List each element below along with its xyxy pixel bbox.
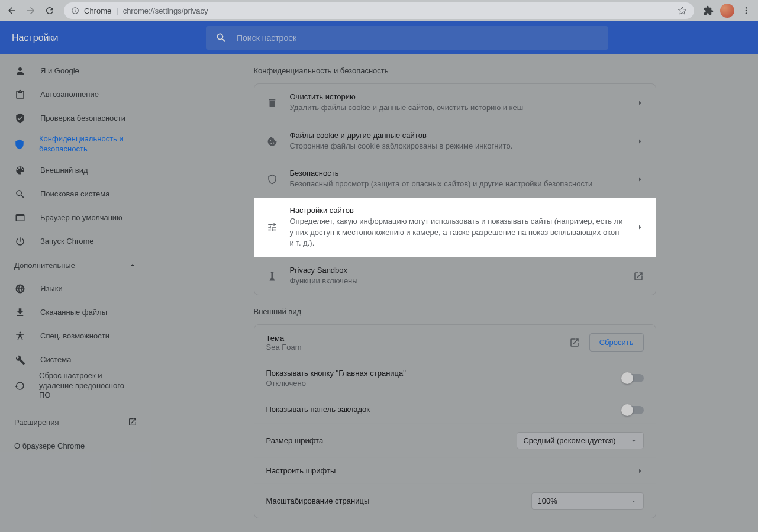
advanced-label: Дополнительные	[14, 261, 75, 270]
row-home-button: Показывать кнопку "Главная страница" Отк…	[254, 360, 656, 396]
row-clear-browsing-data[interactable]: Очистить историю Удалить файлы cookie и …	[254, 84, 656, 122]
forward-button[interactable]	[22, 2, 39, 19]
sidebar-extensions[interactable]: Расширения	[0, 410, 151, 434]
about-label: О браузере Chrome	[14, 441, 85, 450]
sidebar-label: Система	[40, 355, 71, 365]
privacy-card: Очистить историю Удалить файлы cookie и …	[254, 83, 656, 295]
sidebar-item-safety-check[interactable]: Проверка безопасности	[0, 107, 147, 130]
sidebar-item-you-and-google[interactable]: Я и Google	[0, 59, 147, 83]
row-desc: Удалить файлы cookie и данные сайтов, оч…	[290, 102, 625, 113]
font-size-value: Средний (рекомендуется)	[523, 436, 615, 445]
row-cookies[interactable]: Файлы cookie и другие данные сайтов Стор…	[254, 122, 656, 160]
settings-search[interactable]	[206, 26, 608, 50]
trash-icon	[266, 98, 278, 108]
sidebar-label: Сброс настроек и удаление вредоносного П…	[39, 371, 133, 401]
row-security[interactable]: Безопасность Безопасный просмотр (защита…	[254, 160, 656, 198]
reset-theme-button[interactable]: Сбросить	[589, 333, 644, 352]
address-separator: |	[116, 7, 118, 15]
sidebar-item-on-startup[interactable]: Запуск Chrome	[0, 230, 147, 253]
row-site-settings[interactable]: Настройки сайтов Определяет, какую инфор…	[254, 198, 656, 257]
sidebar-item-search-engine[interactable]: Поисковая система	[0, 182, 147, 206]
row-font-size: Размер шрифта Средний (рекомендуется)	[254, 423, 656, 457]
svg-rect-2	[75, 10, 75, 12]
svg-point-1	[75, 9, 75, 9]
zoom-value: 100%	[538, 496, 557, 505]
sidebar-item-privacy[interactable]: Конфиденциальность и безопасность	[0, 130, 147, 159]
sidebar-label: Запуск Chrome	[40, 237, 94, 247]
settings-sidebar: Я и Google Автозаполнение Проверка безоп…	[0, 54, 151, 532]
sidebar-item-system[interactable]: Система	[0, 348, 147, 372]
person-icon	[14, 66, 26, 76]
svg-point-4	[746, 10, 747, 12]
font-size-select[interactable]: Средний (рекомендуется)	[517, 432, 643, 449]
sidebar-label: Языки	[40, 284, 63, 294]
customize-fonts-label: Настроить шрифты	[266, 466, 336, 475]
svg-point-5	[746, 12, 747, 14]
font-size-label: Размер шрифта	[266, 436, 324, 445]
row-page-zoom: Масштабирование страницы 100%	[254, 483, 656, 518]
chrome-menu-icon[interactable]	[738, 2, 754, 19]
download-icon	[14, 307, 26, 318]
power-icon	[14, 236, 26, 247]
chevron-up-icon	[128, 260, 137, 270]
sidebar-item-languages[interactable]: Языки	[0, 277, 147, 301]
shield-outline-icon	[266, 174, 278, 185]
sidebar-item-default-browser[interactable]: Браузер по умолчанию	[0, 206, 147, 230]
settings-title: Настройки	[12, 33, 206, 43]
row-title: Файлы cookie и другие данные сайтов	[290, 131, 625, 140]
row-desc: Определяет, какую информацию могут испол…	[290, 216, 625, 249]
sidebar-about[interactable]: О браузере Chrome	[0, 434, 151, 457]
restore-icon	[14, 381, 25, 391]
theme-label: Тема	[266, 334, 560, 343]
chevron-right-icon	[637, 176, 644, 183]
sidebar-label: Автозаполнение	[40, 90, 99, 100]
extensions-label: Расширения	[14, 418, 59, 427]
search-icon	[215, 32, 227, 44]
theme-value: Sea Foam	[266, 343, 560, 352]
row-theme: Тема Sea Foam Сбросить	[254, 325, 656, 360]
reload-button[interactable]	[41, 2, 58, 19]
zoom-select[interactable]: 100%	[531, 492, 644, 510]
row-desc: Функции включены	[290, 276, 621, 286]
sidebar-label: Браузер по умолчанию	[40, 213, 122, 223]
home-button-state: Отключено	[266, 379, 615, 388]
bookmark-star-icon[interactable]	[678, 6, 687, 15]
chevron-right-icon	[637, 224, 644, 231]
home-button-toggle[interactable]	[622, 374, 644, 382]
bookmarks-bar-toggle[interactable]	[622, 406, 644, 414]
bookmarks-bar-label: Показывать панель закладок	[266, 405, 615, 414]
sidebar-label: Спец. возможности	[40, 331, 109, 341]
chevron-right-icon	[637, 467, 644, 475]
settings-main: Конфиденциальность и безопасность Очисти…	[151, 54, 758, 532]
sidebar-item-reset[interactable]: Сброс настроек и удаление вредоносного П…	[0, 372, 147, 400]
sidebar-label: Я и Google	[40, 66, 79, 76]
privacy-section-title: Конфиденциальность и безопасность	[254, 66, 656, 75]
browser-toolbar: Chrome | chrome://settings/privacy	[0, 0, 758, 21]
profile-avatar[interactable]	[719, 2, 736, 19]
sidebar-label: Поисковая система	[40, 189, 110, 199]
sidebar-item-appearance[interactable]: Внешний вид	[0, 159, 147, 182]
row-desc: Сторонние файлы cookie заблокированы в р…	[290, 141, 625, 151]
sidebar-divider	[0, 405, 151, 405]
chevron-down-icon	[630, 498, 637, 505]
back-button[interactable]	[4, 2, 20, 19]
address-bar[interactable]: Chrome | chrome://settings/privacy	[64, 2, 694, 19]
sidebar-label: Проверка безопасности	[40, 114, 125, 124]
sidebar-advanced-toggle[interactable]: Дополнительные	[0, 253, 151, 277]
sidebar-item-downloads[interactable]: Скачанные файлы	[0, 301, 147, 324]
search-input[interactable]	[237, 33, 599, 43]
row-desc: Безопасный просмотр (защита от опасных с…	[290, 179, 625, 189]
palette-icon	[14, 165, 26, 176]
sidebar-item-accessibility[interactable]: Спец. возможности	[0, 324, 147, 348]
site-info-icon	[71, 7, 79, 15]
extensions-icon[interactable]	[700, 2, 717, 19]
sidebar-label: Скачанные файлы	[40, 308, 107, 318]
row-privacy-sandbox[interactable]: Privacy Sandbox Функции включены	[254, 257, 656, 295]
home-button-label: Показывать кнопку "Главная страница"	[266, 369, 615, 378]
sidebar-label: Внешний вид	[40, 166, 88, 176]
sidebar-item-autofill[interactable]: Автозаполнение	[0, 83, 147, 107]
theme-open-icon[interactable]	[567, 335, 582, 350]
accessibility-icon	[14, 331, 26, 341]
row-bookmarks-bar: Показывать панель закладок	[254, 396, 656, 423]
row-customize-fonts[interactable]: Настроить шрифты	[254, 457, 656, 483]
